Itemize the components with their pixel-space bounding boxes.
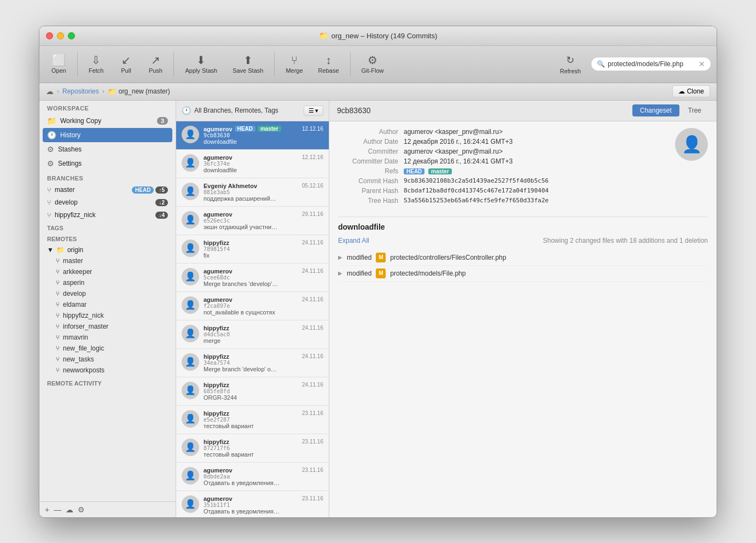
- commit-item[interactable]: 👤 hippyfizz 24.11.16 789815f4 fix: [176, 235, 329, 264]
- branch-icon: ⑂: [56, 345, 60, 352]
- file-item[interactable]: ▶ modified M protected/controllers/Files…: [338, 250, 708, 266]
- remote-child-eldamar[interactable]: ⑂ eldamar: [39, 299, 176, 310]
- expand-all-button[interactable]: Expand All: [338, 237, 369, 244]
- commit-hash-value: 9cb836302108b3c2a5d1439ae2527f5f4d0b5c56: [404, 177, 670, 185]
- sidebar-item-settings[interactable]: ⚙ Settings: [39, 156, 176, 171]
- git-flow-button[interactable]: ⚙ Git-Flow: [355, 51, 391, 77]
- file-item[interactable]: ▶ modified M protected/models/File.php: [338, 266, 708, 282]
- tags-label: Tags: [39, 221, 176, 232]
- merge-button[interactable]: ⑂ Merge: [279, 51, 309, 77]
- rebase-icon: ↕: [326, 55, 332, 66]
- commit-item[interactable]: 👤 Evgeniy Akhmetov 05.12.16 081e3ab5 под…: [176, 178, 329, 207]
- sidebar-item-branch-develop[interactable]: ⑂ develop ↓2: [39, 196, 176, 209]
- commit-item[interactable]: 👤 agumerov 12.12.16 36fc374e downloadfil…: [176, 150, 329, 178]
- commit-hash: 36fc374e: [203, 161, 323, 167]
- head-badge: HEAD: [132, 186, 154, 194]
- remote-child-arkkeeper[interactable]: ⑂ arkkeeper: [39, 266, 176, 277]
- main-area: Workspace 📁 Working Copy 3 🕐 History ⚙ S…: [39, 101, 717, 517]
- remote-child-mmavrin[interactable]: ⑂ mmavrin: [39, 332, 176, 343]
- commits-filter-label: All Branches, Remotes, Tags: [194, 107, 300, 114]
- remote-origin-header[interactable]: ▼ 📁 origin: [39, 244, 176, 255]
- avatar: 👤: [182, 296, 199, 314]
- clone-button[interactable]: ☁ Clone: [672, 85, 710, 97]
- search-input[interactable]: [608, 60, 696, 68]
- window-title: 📁 org_new – History (149 Commits): [319, 31, 438, 40]
- commit-item[interactable]: 👤 agumerov 23.11.16 0dbde2aa Отдавать в …: [176, 463, 329, 491]
- commits-list: 👤 agumerov HEAD master 12.12.16 9cb83630…: [176, 121, 329, 517]
- repositories-link[interactable]: Repositories: [62, 87, 99, 95]
- commit-item[interactable]: 👤 agumerov 29.11.16 e526ec3c экшн отдающ…: [176, 207, 329, 235]
- commit-info: agumerov HEAD master 12.12.16 9cb83630 d…: [203, 126, 323, 145]
- commit-message: fix: [203, 252, 323, 259]
- remote-child-master[interactable]: ⑂ master: [39, 255, 176, 266]
- commit-message: тестовый вариант: [203, 451, 323, 458]
- rebase-button[interactable]: ↕ Rebase: [312, 51, 346, 77]
- add-button[interactable]: +: [45, 505, 49, 514]
- sidebar-item-working-copy[interactable]: 📁 Working Copy 3: [39, 114, 176, 128]
- search-clear-icon[interactable]: ✕: [699, 60, 705, 68]
- tab-changeset[interactable]: Changeset: [632, 104, 679, 116]
- commit-item[interactable]: 👤 agumerov 24.11.16 5cee68dc Merge branc…: [176, 264, 329, 292]
- file-path: protected/models/File.php: [390, 270, 466, 277]
- tree-hash-value: 53a556b15253eb65a6f49cf5e9fe7f650d33fa2e: [404, 197, 670, 205]
- commit-author: agumerov: [203, 495, 232, 502]
- remote-child-new-file-logic[interactable]: ⑂ new_file_logic: [39, 343, 176, 354]
- author-label: Author: [338, 128, 398, 136]
- commit-date: 23.11.16: [302, 467, 323, 473]
- remote-child-asperin[interactable]: ⑂ asperin: [39, 277, 176, 288]
- commit-info: agumerov 12.12.16 36fc374e downloadfile: [203, 154, 323, 173]
- commit-item[interactable]: 👤 hippyfizz 24.11.16 685fe8fd ORGR-3244: [176, 377, 329, 406]
- commit-item[interactable]: 👤 agumerov HEAD master 12.12.16 9cb83630…: [176, 121, 329, 150]
- apply-stash-button[interactable]: ⬇ Apply Stash: [178, 51, 224, 77]
- tab-tree[interactable]: Tree: [681, 104, 709, 116]
- commits-filter-button[interactable]: ☰ ▾: [304, 106, 323, 116]
- pull-button[interactable]: ↙ Pull: [112, 51, 139, 77]
- remote-child-develop[interactable]: ⑂ develop: [39, 288, 176, 299]
- main-window: 📁 org_new – History (149 Commits) ⬜ Open…: [39, 26, 717, 518]
- sidebar-item-branch-master[interactable]: ⑂ master HEAD ↑5: [39, 184, 176, 196]
- remote-child-newworkposts[interactable]: ⑂ newworkposts: [39, 365, 176, 376]
- commit-hash: 872717f6: [203, 445, 323, 451]
- close-button[interactable]: [46, 32, 53, 39]
- branch-badges-hippyfizz: ↓4: [155, 212, 168, 219]
- commit-hash: 685fe8fd: [203, 388, 323, 394]
- commit-message: downloadfile: [203, 138, 323, 145]
- commit-info: hippyfizz 23.11.16 e5e2f287 тестовый вар…: [203, 410, 323, 429]
- sidebar-item-branch-hippyfizz[interactable]: ⑂ hippyfizz_nick ↓4: [39, 209, 176, 221]
- minimize-button[interactable]: [57, 32, 64, 39]
- toolbar-right: ↻ Refresh 🔍 ✕: [554, 51, 711, 78]
- author-date-label: Author Date: [338, 138, 398, 145]
- commit-date: 23.11.16: [302, 495, 323, 501]
- cloud-button[interactable]: ☁: [66, 505, 73, 514]
- push-button[interactable]: ↗ Push: [142, 51, 169, 77]
- save-stash-button[interactable]: ⬆ Save Stash: [226, 51, 270, 77]
- commit-item[interactable]: 👤 hippyfizz 23.11.16 e5e2f287 тестовый в…: [176, 406, 329, 434]
- search-box[interactable]: 🔍 ✕: [591, 57, 711, 71]
- commit-item[interactable]: 👤 agumerov 23.11.16 351b11f1 Отдавать в …: [176, 491, 329, 517]
- maximize-button[interactable]: [68, 32, 75, 39]
- gear-button[interactable]: ⚙: [78, 505, 85, 514]
- remote-child-hippyfizz-nick[interactable]: ⑂ hippyfizz_nick: [39, 310, 176, 321]
- parent-hash-value: 8cbdaf12ba8df0cd413745c467e172a04f190404: [404, 187, 670, 195]
- commit-item[interactable]: 👤 hippyfizz 23.11.16 872717f6 тестовый в…: [176, 434, 329, 463]
- sidebar-item-stashes[interactable]: ⚙ Stashes: [39, 142, 176, 156]
- sidebar-item-history[interactable]: 🕐 History: [43, 128, 172, 142]
- open-button[interactable]: ⬜ Open: [45, 51, 73, 77]
- commit-item[interactable]: 👤 hippyfizz 24.11.16 34ea7574 Merge bran…: [176, 349, 329, 377]
- remotes-label: Remotes: [39, 232, 176, 243]
- commit-item[interactable]: 👤 agumerov 24.11.16 f2ca897e not_availab…: [176, 292, 329, 320]
- refresh-button[interactable]: ↻ Refresh: [554, 51, 586, 78]
- remove-button[interactable]: —: [54, 505, 61, 514]
- cloud-icon: ☁: [46, 87, 54, 96]
- commit-hash: 5cee68dc: [203, 275, 323, 281]
- commit-info: agumerov 29.11.16 e526ec3c экшн отдающий…: [203, 211, 323, 230]
- commit-author: agumerov: [203, 467, 232, 474]
- clock-icon: 🕐: [182, 106, 191, 115]
- committer-date-value: 12 декабря 2016 г., 16:24:41 GMT+3: [404, 157, 670, 165]
- push-icon: ↗: [151, 55, 160, 66]
- commit-item[interactable]: 👤 hippyfizz 24.11.16 d4dc5ac0 merge: [176, 320, 329, 349]
- fetch-button[interactable]: ⇩ Fetch: [82, 51, 111, 77]
- remote-child-new-tasks[interactable]: ⑂ new_tasks: [39, 354, 176, 365]
- commit-message: экшн отдающий участни…: [203, 224, 323, 230]
- remote-child-inforser[interactable]: ⑂ inforser_master: [39, 321, 176, 332]
